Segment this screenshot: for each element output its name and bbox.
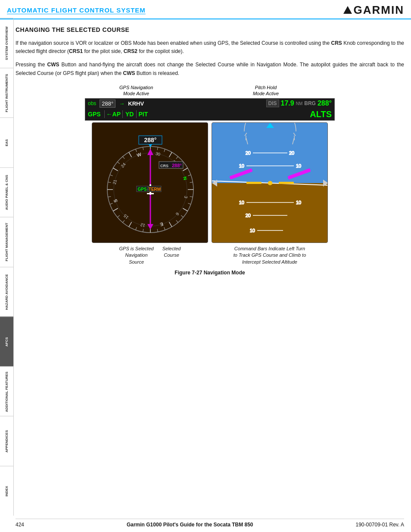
pfd-dis-value: 17.9 bbox=[281, 100, 294, 107]
pfd-arrow-icon: → bbox=[119, 100, 125, 107]
caption-right: Command Bars Indicate Left Turnto Track … bbox=[212, 246, 328, 265]
captions-row: GPS is SelectedNavigationSource Selected… bbox=[16, 246, 404, 265]
hsi-svg: N 3 6 E 12 15 S 21 bbox=[92, 123, 208, 243]
pfd-dis-unit: NM bbox=[296, 101, 303, 106]
svg-text:20: 20 bbox=[289, 150, 294, 156]
figure-caption: Figure 7-27 Navigation Mode bbox=[16, 270, 404, 276]
sidebar-item-audio-panel[interactable]: AUDIO PANEL & CNS bbox=[0, 168, 13, 218]
footer-document-title: Garmin G1000 Pilot's Guide for the Socat… bbox=[127, 522, 253, 528]
garmin-logo-text: GARMIN bbox=[354, 3, 404, 17]
pfd-right-info: DIS 17.9 NM BRG 288° bbox=[266, 100, 332, 107]
footer-page-number: 424 bbox=[16, 522, 24, 528]
svg-rect-62 bbox=[147, 193, 154, 194]
main-content: CHANGING THE SELECTED COURSE If the navi… bbox=[16, 19, 404, 276]
images-row: N 3 6 E 12 15 S 21 bbox=[16, 122, 404, 243]
paragraph-1: If the navigation source is VOR or local… bbox=[16, 39, 404, 56]
svg-text:10: 10 bbox=[296, 163, 301, 168]
pfd-course-value: 288° bbox=[102, 100, 113, 107]
page-header: AUTOMATIC FLIGHT CONTROL SYSTEM GARMIN bbox=[0, 0, 411, 19]
pfd-divider-1 bbox=[104, 110, 105, 118]
page-footer: 424 Garmin G1000 Pilot's Guide for the S… bbox=[16, 519, 404, 528]
section-title: CHANGING THE SELECTED COURSE bbox=[16, 26, 404, 33]
hsi-display: N 3 6 E 12 15 S 21 bbox=[92, 122, 208, 243]
sidebar-item-afcs[interactable]: AFCS bbox=[0, 317, 13, 367]
pfd-bottom-row: GPS ←AP YD PIT ALTS bbox=[85, 109, 334, 120]
pfd-dis-label: DIS bbox=[266, 100, 279, 107]
svg-text:288°: 288° bbox=[172, 163, 182, 168]
sidebar-item-index[interactable]: INDEX bbox=[0, 466, 13, 516]
caption-left-group: GPS is SelectedNavigationSource Selected… bbox=[92, 246, 208, 265]
sidebar: SYSTEM OVERVIEW FLIGHT INSTRUMENTS EAS A… bbox=[0, 18, 14, 516]
sidebar-item-system-overview[interactable]: SYSTEM OVERVIEW bbox=[0, 18, 13, 68]
svg-rect-94 bbox=[268, 182, 272, 184]
figure-area: GPS NavigationMode Active Pitch HoldMode… bbox=[16, 84, 404, 276]
svg-text:20: 20 bbox=[246, 213, 251, 218]
pfd-display: obs 288° → KRHV DIS 17.9 NM BRG 288° GPS… bbox=[85, 98, 335, 121]
header-title: AUTOMATIC FLIGHT CONTROL SYSTEM bbox=[7, 6, 146, 14]
svg-text:10: 10 bbox=[239, 200, 244, 205]
paragraph-2: Pressing the CWS Button and hand-flying … bbox=[16, 61, 404, 77]
caption-nav-source: GPS is SelectedNavigationSource bbox=[119, 246, 154, 265]
pfd-top-row: obs 288° → KRHV DIS 17.9 NM BRG 288° bbox=[85, 99, 334, 109]
pfd-pit: PIT bbox=[138, 111, 148, 118]
pfd-brg-label: BRG bbox=[304, 100, 316, 106]
pfd-alts: ALTS bbox=[310, 109, 332, 119]
sidebar-item-additional-features[interactable]: ADDITIONAL FEATURES bbox=[0, 367, 13, 417]
svg-text:10: 10 bbox=[296, 200, 301, 205]
garmin-triangle-icon bbox=[343, 6, 352, 14]
pfd-yd: YD bbox=[125, 111, 134, 118]
svg-text:10: 10 bbox=[250, 228, 255, 233]
pfd-divider-2 bbox=[122, 110, 123, 118]
svg-rect-91 bbox=[246, 182, 262, 184]
sidebar-item-hazard-avoidance[interactable]: HAZARD AVOIDANCE bbox=[0, 267, 13, 317]
pfd-divider-3 bbox=[136, 110, 137, 118]
svg-text:TERM: TERM bbox=[149, 187, 161, 192]
svg-rect-68 bbox=[212, 183, 328, 243]
annotation-pitch-hold: Pitch HoldMode Active bbox=[253, 84, 279, 97]
svg-text:10: 10 bbox=[239, 163, 244, 168]
pfd-brg-value: 288° bbox=[318, 100, 332, 107]
adi-display: 10 10 20 20 10 10 20 bbox=[212, 122, 328, 243]
svg-text:CRS: CRS bbox=[160, 164, 168, 168]
svg-text:GPS: GPS bbox=[137, 187, 146, 192]
pfd-course-box: 288° bbox=[100, 100, 115, 108]
sidebar-item-flight-management[interactable]: FLIGHT MANAGEMENT bbox=[0, 217, 13, 267]
adi-svg: 10 10 20 20 10 10 20 bbox=[212, 123, 328, 243]
pfd-obs-label: obs bbox=[88, 100, 96, 106]
pfd-destination: KRHV bbox=[128, 100, 144, 107]
svg-text:20: 20 bbox=[246, 150, 251, 156]
sidebar-item-eas[interactable]: EAS bbox=[0, 118, 13, 168]
pfd-ap: ←AP bbox=[106, 111, 121, 118]
sidebar-item-appendices[interactable]: APPENDICES bbox=[0, 416, 13, 466]
pfd-gps: GPS bbox=[88, 111, 101, 118]
svg-rect-92 bbox=[279, 182, 294, 184]
garmin-logo: GARMIN bbox=[343, 3, 404, 17]
footer-doc-number: 190-00709-01 Rev. A bbox=[355, 522, 404, 528]
annotation-gps-nav: GPS NavigationMode Active bbox=[119, 84, 153, 97]
caption-selected-course: SelectedCourse bbox=[162, 246, 181, 265]
sidebar-item-flight-instruments[interactable]: FLIGHT INSTRUMENTS bbox=[0, 68, 13, 118]
svg-text:288°: 288° bbox=[144, 137, 157, 143]
